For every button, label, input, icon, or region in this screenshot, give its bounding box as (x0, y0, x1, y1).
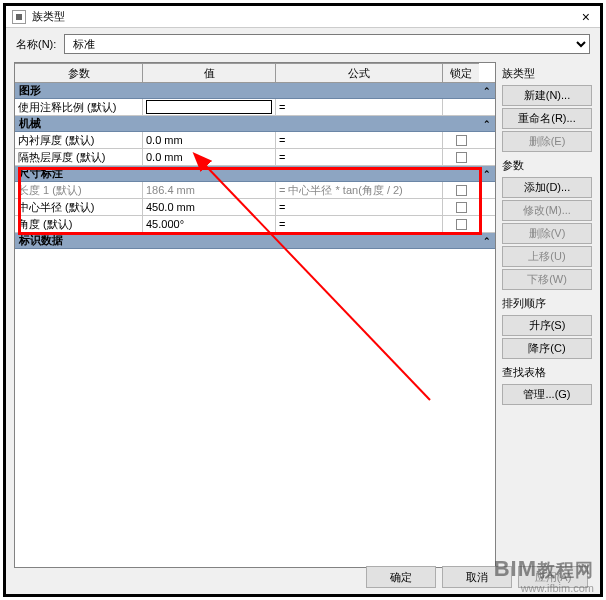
side-panel: 族类型 新建(N)... 重命名(R)... 删除(E) 参数 添加(D)...… (502, 62, 592, 568)
type-name-select[interactable]: 标准 (64, 34, 590, 54)
add-button[interactable]: 添加(D)... (502, 177, 592, 198)
checkbox-icon[interactable] (456, 135, 467, 146)
value-cell[interactable] (143, 99, 276, 115)
collapse-icon: ⌃ (483, 169, 491, 179)
checkbox-icon[interactable] (456, 219, 467, 230)
modify-button[interactable]: 修改(M)... (502, 200, 592, 221)
dialog-title: 族类型 (32, 9, 65, 24)
desc-button[interactable]: 降序(C) (502, 338, 592, 359)
value-cell[interactable]: 0.0 mm (143, 149, 276, 165)
group-param: 参数 (502, 158, 592, 173)
table-row: 隔热层厚度 (默认)0.0 mm= (15, 149, 495, 166)
col-header-formula: 公式 (276, 63, 443, 82)
rename-button[interactable]: 重命名(R)... (502, 108, 592, 129)
param-cell: 使用注释比例 (默认) (15, 99, 143, 115)
manage-button[interactable]: 管理...(G) (502, 384, 592, 405)
moveup-button[interactable]: 上移(U) (502, 246, 592, 267)
table-row: 使用注释比例 (默认)= (15, 99, 495, 116)
param-table: 参数 值 公式 锁定 图形⌃使用注释比例 (默认)=机械⌃内衬厚度 (默认)0.… (14, 62, 496, 568)
section-header[interactable]: 图形⌃ (15, 83, 495, 99)
lock-cell[interactable] (443, 149, 479, 165)
delete-type-button[interactable]: 删除(E) (502, 131, 592, 152)
name-row: 名称(N): 标准 (6, 28, 600, 58)
param-cell: 内衬厚度 (默认) (15, 132, 143, 148)
formula-cell[interactable]: = 中心半径 * tan(角度 / 2) (276, 182, 443, 198)
value-cell[interactable]: 0.0 mm (143, 132, 276, 148)
lock-cell[interactable] (443, 199, 479, 215)
table-row: 内衬厚度 (默认)0.0 mm= (15, 132, 495, 149)
table-row: 长度 1 (默认)186.4 mm= 中心半径 * tan(角度 / 2) (15, 182, 495, 199)
dialog-window: 族类型 × 名称(N): 标准 参数 值 公式 锁定 图形⌃使用注释比例 (默认… (3, 3, 603, 597)
lock-cell[interactable] (443, 216, 479, 232)
table-header: 参数 值 公式 锁定 (15, 63, 495, 83)
titlebar: 族类型 × (6, 6, 600, 28)
name-label: 名称(N): (16, 37, 56, 52)
col-header-value: 值 (143, 63, 276, 82)
checkbox-icon[interactable] (456, 152, 467, 163)
formula-cell[interactable]: = (276, 216, 443, 232)
formula-cell[interactable]: = (276, 132, 443, 148)
param-cell: 中心半径 (默认) (15, 199, 143, 215)
param-cell: 角度 (默认) (15, 216, 143, 232)
new-button[interactable]: 新建(N)... (502, 85, 592, 106)
app-icon (12, 10, 26, 24)
ok-button[interactable]: 确定 (366, 566, 436, 588)
delete-param-button[interactable]: 删除(V) (502, 223, 592, 244)
collapse-icon: ⌃ (483, 86, 491, 96)
formula-cell[interactable]: = (276, 149, 443, 165)
asc-button[interactable]: 升序(S) (502, 315, 592, 336)
checkbox-icon[interactable] (456, 185, 467, 196)
collapse-icon: ⌃ (483, 119, 491, 129)
cancel-button[interactable]: 取消 (442, 566, 512, 588)
lock-cell[interactable] (443, 182, 479, 198)
section-header[interactable]: 尺寸标注⌃ (15, 166, 495, 182)
param-cell: 长度 1 (默认) (15, 182, 143, 198)
group-lookup: 查找表格 (502, 365, 592, 380)
table-body: 图形⌃使用注释比例 (默认)=机械⌃内衬厚度 (默认)0.0 mm=隔热层厚度 … (15, 83, 495, 567)
formula-cell[interactable]: = (276, 99, 443, 115)
param-cell: 隔热层厚度 (默认) (15, 149, 143, 165)
dialog-footer: 确定 取消 应用(A) (6, 566, 600, 588)
lock-cell[interactable] (443, 99, 479, 115)
close-icon[interactable]: × (578, 9, 594, 25)
table-row: 中心半径 (默认)450.0 mm= (15, 199, 495, 216)
collapse-icon: ⌃ (483, 236, 491, 246)
col-header-lock: 锁定 (443, 63, 479, 82)
col-header-param: 参数 (15, 63, 143, 82)
lock-cell[interactable] (443, 132, 479, 148)
content-area: 参数 值 公式 锁定 图形⌃使用注释比例 (默认)=机械⌃内衬厚度 (默认)0.… (6, 58, 600, 568)
apply-button[interactable]: 应用(A) (518, 566, 588, 588)
section-header[interactable]: 标识数据⌃ (15, 233, 495, 249)
value-cell[interactable]: 45.000° (143, 216, 276, 232)
movedown-button[interactable]: 下移(W) (502, 269, 592, 290)
group-type: 族类型 (502, 66, 592, 81)
table-row: 角度 (默认)45.000°= (15, 216, 495, 233)
value-cell[interactable]: 450.0 mm (143, 199, 276, 215)
formula-cell[interactable]: = (276, 199, 443, 215)
value-cell[interactable]: 186.4 mm (143, 182, 276, 198)
checkbox-icon[interactable] (456, 202, 467, 213)
group-sort: 排列顺序 (502, 296, 592, 311)
section-header[interactable]: 机械⌃ (15, 116, 495, 132)
